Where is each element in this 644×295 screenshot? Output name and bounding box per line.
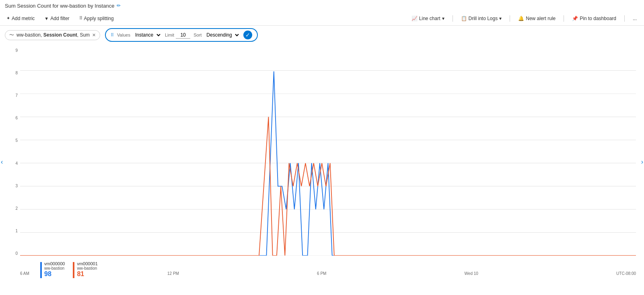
sort-label: Sort [193,33,202,37]
metric-pill: 〜 ww-bastion, Session Count, Sum ✕ [5,30,100,40]
splitting-confirm-button[interactable]: ✓ [243,31,252,39]
legend-color-1 [73,262,74,278]
legend-sub-0: ww-bastion [44,266,65,270]
line-chart-chevron: ▾ [442,16,444,21]
y-label-7: 7 [6,93,18,98]
chart-canvas [20,48,636,256]
add-metric-button[interactable]: ✦ Add metric [5,15,36,22]
divider-4 [624,15,625,22]
legend-name-1: vm000001 [77,261,97,266]
toolbar-right: 📈 Line chart ▾ 📋 Drill into Logs ▾ 🔔 New… [409,15,639,22]
x-label-12pm: 12 PM [167,271,179,276]
limit-group: Limit [165,32,190,39]
toolbar: ✦ Add metric ▼ Add filter ⠿ Apply splitt… [0,11,644,26]
values-label: Values [117,33,130,37]
legend-item-1: vm000001 ww-bastion 81 [73,261,97,278]
line-chart-icon: 📈 [412,16,418,21]
alert-icon: 🔔 [518,16,524,21]
x-label-utc: UTC-08:00 [616,271,636,276]
nav-arrow-left[interactable]: ‹ [1,158,3,166]
divider-3 [564,15,564,22]
sort-group: Sort Descending Ascending [193,31,240,39]
y-label-6: 6 [6,116,18,120]
split-icon: ⠿ [79,16,82,21]
add-metric-icon: ✦ [6,16,10,21]
legend-text-0: vm000000 ww-bastion 98 [44,261,65,278]
legend-value-1: 81 [77,270,97,278]
y-axis: 0 1 2 3 4 5 6 7 8 9 [6,48,18,256]
metric-pill-icon: 〜 [9,32,14,39]
more-options-button[interactable]: ... [630,15,639,22]
legend-item-0: vm000000 ww-bastion 98 [40,261,65,278]
limit-input[interactable] [176,32,190,39]
metric-pill-label: ww-bastion, Session Count, Sum [16,32,90,38]
chart-title: Sum Session Count for ww-bastion by Inst… [5,3,114,9]
line-chart-button[interactable]: 📈 Line chart ▾ [409,15,447,22]
y-label-9: 9 [6,48,18,53]
new-alert-rule-button[interactable]: 🔔 New alert rule [516,15,558,22]
y-label-3: 3 [6,184,18,188]
legend-value-0: 98 [44,270,65,278]
legend-name-0: vm000000 [44,261,65,266]
divider-2 [510,15,510,22]
chart-svg [20,48,636,256]
apply-splitting-button[interactable]: ⠿ Apply splitting [78,15,115,22]
pin-icon: 📌 [572,16,578,21]
legend-text-1: vm000001 ww-bastion 81 [77,261,97,278]
toolbar-left: ✦ Add metric ▼ Add filter ⠿ Apply splitt… [5,15,115,22]
legend: vm000000 ww-bastion 98 vm000001 ww-basti… [20,260,118,280]
drill-icon: 📋 [461,16,467,21]
split-box-icon: ⠿ [111,33,114,38]
y-label-1: 1 [6,229,18,233]
values-group: Values Instance [117,31,162,39]
legend-color-0 [40,262,42,278]
chart-container: ‹ › 0 1 2 3 4 5 6 7 8 9 [0,44,644,280]
add-filter-button[interactable]: ▼ Add filter [43,15,71,22]
limit-label: Limit [165,33,174,37]
drill-chevron: ▾ [499,16,502,21]
y-label-2: 2 [6,206,18,211]
nav-arrow-right[interactable]: › [641,158,643,166]
edit-title-icon[interactable]: ✏ [117,3,121,8]
drill-logs-button[interactable]: 📋 Drill into Logs ▾ [459,15,504,22]
pin-dashboard-button[interactable]: 📌 Pin to dashboard [570,15,619,22]
metric-pill-close[interactable]: ✕ [92,33,96,38]
values-select[interactable]: Instance [132,31,162,39]
sort-select[interactable]: Descending Ascending [203,31,240,39]
title-bar: Sum Session Count for ww-bastion by Inst… [0,0,644,11]
y-label-8: 8 [6,71,18,75]
x-label-wed10: Wed 10 [465,271,478,276]
x-label-6pm: 6 PM [317,271,326,276]
filter-icon: ▼ [44,16,49,21]
divider-1 [453,15,453,22]
y-label-0: 0 [6,251,18,256]
legend-sub-1: ww-bastion [77,266,97,270]
splitting-box: ⠿ Values Instance Limit Sort Descending … [105,28,258,42]
splitting-panel: 〜 ww-bastion, Session Count, Sum ✕ ⠿ Val… [0,26,644,44]
y-label-5: 5 [6,138,18,143]
y-label-4: 4 [6,161,18,166]
